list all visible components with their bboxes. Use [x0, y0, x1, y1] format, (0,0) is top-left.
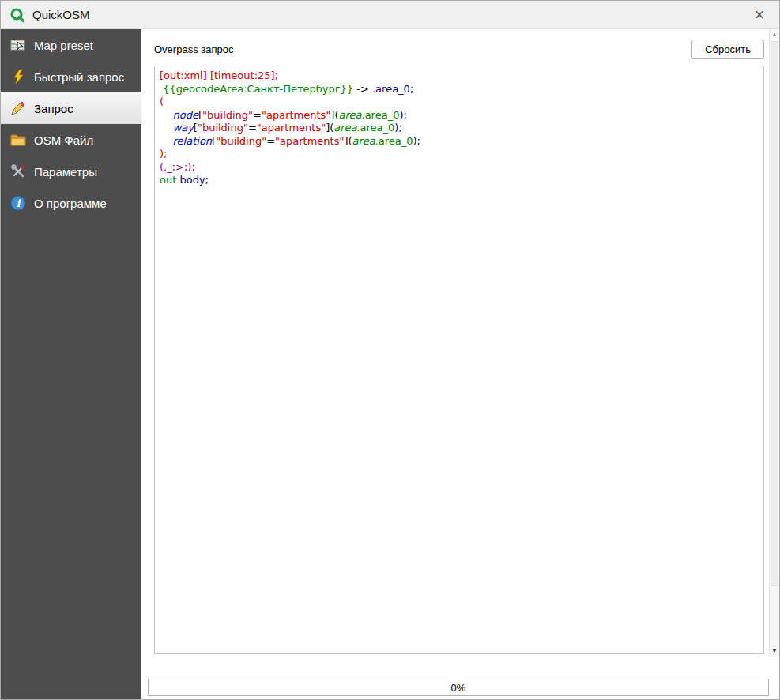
sidebar-item-label: Запрос — [34, 102, 73, 115]
titlebar: QuickOSM × — [1, 1, 779, 29]
scroll-down-icon[interactable]: ▼ — [770, 645, 779, 657]
query-line: ( — [160, 96, 759, 109]
map-preset-icon — [10, 37, 26, 53]
sidebar-item-quick-query[interactable]: Быстрый запрос — [1, 61, 141, 92]
sidebar-item-about[interactable]: iО программе — [1, 187, 141, 219]
sidebar-item-map-preset[interactable]: Map preset — [1, 29, 141, 61]
scrollbar-thumb[interactable] — [771, 41, 778, 586]
progress-label: 0% — [451, 682, 466, 694]
close-button[interactable]: × — [748, 3, 771, 27]
tools-icon — [10, 164, 26, 179]
quickosm-window: QuickOSM × Map presetБыстрый запросЗапро… — [0, 0, 780, 700]
main-panel: Overpass запрос Сбросить [out:xml] [time… — [141, 29, 769, 699]
query-line: ); — [160, 148, 759, 161]
reset-button[interactable]: Сбросить — [691, 40, 764, 59]
sidebar-item-label: Map preset — [34, 39, 93, 52]
quickosm-logo-icon — [9, 6, 26, 24]
query-line: [out:xml] [timeout:25]; — [160, 70, 759, 83]
query-editor[interactable]: [out:xml] [timeout:25]; {{geocodeArea:Са… — [154, 66, 764, 654]
folder-icon — [10, 132, 26, 148]
query-line: out body; — [160, 174, 759, 187]
sidebar-item-label: OSM Файл — [34, 134, 93, 147]
query-line: relation["building"="apartments"](area.a… — [160, 135, 759, 149]
sidebar-item-query[interactable]: Запрос — [1, 92, 141, 124]
scroll-up-icon[interactable]: ▲ — [770, 29, 779, 40]
sidebar-item-label: Быстрый запрос — [34, 70, 124, 84]
sidebar-item-parameters[interactable]: Параметры — [1, 156, 141, 187]
main-header: Overpass запрос Сбросить — [141, 29, 769, 66]
lightning-icon — [10, 69, 26, 85]
query-line: node["building"="apartments"](area.area_… — [160, 109, 759, 122]
sidebar: Map presetБыстрый запросЗапросOSM ФайлПа… — [1, 29, 141, 699]
sidebar-item-label: О программе — [34, 197, 107, 210]
query-line: {{geocodeArea:Санкт-Петербург}} -> .area… — [160, 83, 759, 96]
query-line: way["building"="apartments"](area.area_0… — [160, 122, 759, 135]
pencil-icon — [10, 100, 26, 116]
section-label: Overpass запрос — [154, 43, 233, 55]
window-title: QuickOSM — [32, 8, 90, 21]
query-line: (._;>;); — [160, 161, 759, 175]
info-icon: i — [10, 195, 26, 211]
progress-bar: 0% — [148, 679, 769, 696]
sidebar-item-osm-file[interactable]: OSM Файл — [1, 124, 141, 156]
vertical-scrollbar[interactable]: ▲ ▼ — [769, 29, 779, 657]
sidebar-item-label: Параметры — [34, 165, 97, 179]
